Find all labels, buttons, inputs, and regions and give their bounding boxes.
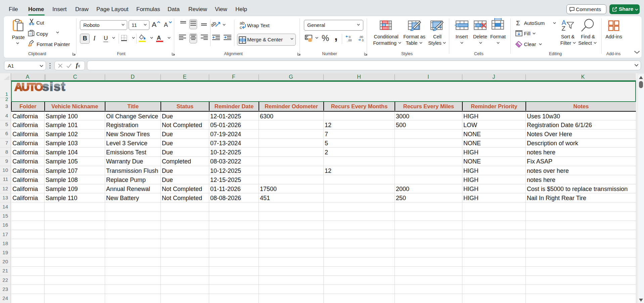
svg-text:0: 0 (349, 35, 351, 39)
svg-text:c: c (240, 25, 242, 29)
svg-text:0: 0 (362, 39, 364, 42)
svg-text:Z: Z (562, 25, 566, 31)
svg-text:.00: .00 (359, 35, 363, 39)
svg-text:.00: .00 (348, 39, 352, 42)
